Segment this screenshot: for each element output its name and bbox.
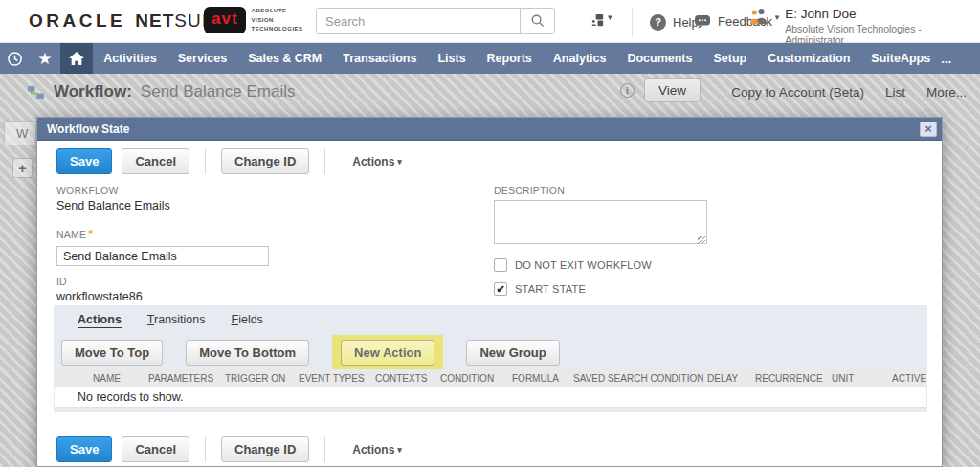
cancel-button[interactable]: Cancel: [122, 148, 189, 174]
workflow-state-dialog: Workflow State × Save Cancel Change ID A…: [36, 117, 943, 467]
description-field-label: DESCRIPTION: [494, 185, 707, 196]
help-icon: ?: [650, 14, 666, 31]
star-icon: ★: [37, 51, 52, 67]
column-header: NAME: [93, 373, 148, 384]
user-name: E: John Doe: [785, 7, 980, 21]
nav-item-reports[interactable]: Reports: [477, 52, 543, 65]
cancel-button[interactable]: Cancel: [122, 436, 189, 462]
actions-button-row: Move To Top Move To Bottom New Action Ne…: [61, 335, 560, 370]
avt-logo-badge: avt: [204, 7, 246, 33]
dialog-toolbar-top: Save Cancel Change ID Actions ▾: [56, 148, 402, 174]
list-link[interactable]: List: [885, 85, 905, 100]
user-info: E: John Doe Absolute Vision Technologies…: [785, 7, 980, 46]
more-link[interactable]: More...: [926, 85, 967, 100]
avt-caption-line: VISION: [252, 16, 303, 26]
required-asterisk: *: [88, 228, 93, 241]
move-to-bottom-button[interactable]: Move To Bottom: [186, 340, 309, 366]
quick-add-menu[interactable]: ▾: [590, 12, 612, 29]
nav-item-setup[interactable]: Setup: [703, 52, 758, 65]
start-state-label: START STATE: [515, 283, 586, 295]
do-not-exit-checkbox[interactable]: [494, 258, 507, 272]
tab-transitions[interactable]: Transitions: [147, 313, 206, 328]
background-workflow-tab: W: [4, 121, 36, 145]
name-field-label: NAME: [56, 229, 86, 240]
column-header: FORMULA: [512, 373, 573, 384]
top-header: ORACLENETSUITE avt ABSOLUTE VISION TECHN…: [0, 0, 980, 43]
name-field[interactable]: [56, 246, 269, 266]
actions-menu-button[interactable]: Actions ▾: [352, 155, 402, 168]
nav-item-suiteapps[interactable]: SuiteApps: [860, 52, 941, 65]
help-menu[interactable]: ? Help: [632, 8, 699, 36]
nav-overflow-button[interactable]: ...: [941, 52, 980, 66]
column-header: EVENT TYPES: [299, 373, 375, 384]
id-field-value: workflowstate86: [56, 290, 269, 303]
actions-table-header: NAME PARAMETERS TRIGGER ON EVENT TYPES C…: [55, 369, 926, 387]
workflow-icon: [27, 85, 45, 100]
home-button[interactable]: [60, 43, 94, 74]
tab-fields[interactable]: Fields: [232, 313, 263, 328]
column-header: CONTEXTS: [375, 373, 440, 384]
description-field[interactable]: [494, 200, 707, 244]
actions-menu-label: Actions: [352, 155, 394, 168]
recent-records-button[interactable]: [0, 43, 30, 74]
tab-accelerator: T: [147, 313, 154, 326]
column-header: RECURRENCE: [755, 373, 832, 384]
page-title-row: Workflow: Send Balance Emails: [27, 82, 295, 101]
start-state-row: ✔ START STATE: [494, 282, 707, 296]
toolbar-divider: [205, 149, 206, 174]
subtabs: Actions Transitions Fields: [78, 313, 263, 328]
start-state-checkbox[interactable]: ✔: [494, 282, 507, 296]
column-header: UNIT: [832, 373, 892, 384]
main-nav-bar: ★ Activities Services Sales & CRM Transa…: [0, 43, 980, 74]
nav-item-services[interactable]: Services: [167, 52, 237, 65]
nav-item-activities[interactable]: Activities: [93, 52, 167, 65]
shortcuts-button[interactable]: ★: [30, 43, 59, 74]
subtabs-panel: Actions Transitions Fields Move To Top M…: [54, 305, 927, 412]
user-menu[interactable]: ▾ E: John Doe Absolute Vision Technologi…: [748, 7, 980, 46]
nav-item-sales-crm[interactable]: Sales & CRM: [237, 52, 332, 65]
move-to-top-button[interactable]: Move To Top: [61, 340, 163, 366]
netsuite-logo-bold: NET: [135, 11, 174, 31]
search-button[interactable]: [520, 9, 554, 33]
form-left-column: WORKFLOW Send Balance Emails NAME* ID wo…: [56, 185, 269, 303]
description-field-wrap: [494, 200, 707, 248]
user-roles-icon: [748, 7, 769, 26]
page-title: Workflow:: [54, 82, 132, 101]
save-button[interactable]: Save: [56, 436, 112, 462]
nav-item-transactions[interactable]: Transactions: [332, 52, 427, 65]
nav-item-lists[interactable]: Lists: [427, 52, 476, 65]
page-links: Copy to Account (Beta) List More...: [731, 85, 967, 100]
toolbar-divider: [324, 149, 325, 174]
new-action-highlight: New Action: [332, 335, 443, 370]
chevron-down-icon: ▾: [775, 12, 780, 22]
workflow-field-label: WORKFLOW: [56, 185, 269, 196]
avt-caption-line: TECHNOLOGIES: [252, 25, 303, 34]
close-icon[interactable]: ×: [920, 122, 937, 137]
view-button[interactable]: View: [644, 78, 701, 102]
dialog-titlebar: Workflow State ×: [37, 118, 942, 141]
column-header: SAVED SEARCH CONDITION: [573, 373, 707, 384]
info-icon[interactable]: i: [620, 83, 635, 98]
copy-to-account-link[interactable]: Copy to Account (Beta): [731, 85, 864, 100]
do-not-exit-label: DO NOT EXIT WORKFLOW: [515, 259, 652, 271]
nav-item-documents[interactable]: Documents: [616, 52, 702, 65]
chevron-down-icon: ▾: [608, 12, 612, 22]
column-header: DELAY: [707, 373, 755, 384]
new-action-button[interactable]: New Action: [341, 340, 434, 366]
background-add-button: +: [12, 158, 33, 178]
change-id-button[interactable]: Change ID: [221, 148, 309, 174]
nav-item-customization[interactable]: Customization: [757, 52, 860, 65]
home-icon: [68, 51, 85, 66]
nav-item-analytics[interactable]: Analytics: [543, 52, 617, 65]
tab-actions[interactable]: Actions: [78, 313, 122, 328]
save-button[interactable]: Save: [56, 148, 112, 174]
empty-table-message: No records to show.: [78, 390, 183, 404]
search-icon: [530, 13, 546, 29]
search-input[interactable]: [317, 9, 520, 33]
change-id-button[interactable]: Change ID: [221, 436, 309, 462]
new-group-button[interactable]: New Group: [466, 340, 559, 366]
dialog-toolbar-bottom: Save Cancel Change ID Actions ▾: [56, 436, 402, 462]
actions-menu-button[interactable]: Actions ▾: [352, 443, 402, 456]
feedback-icon: [694, 14, 711, 30]
id-field-label: ID: [56, 276, 269, 287]
